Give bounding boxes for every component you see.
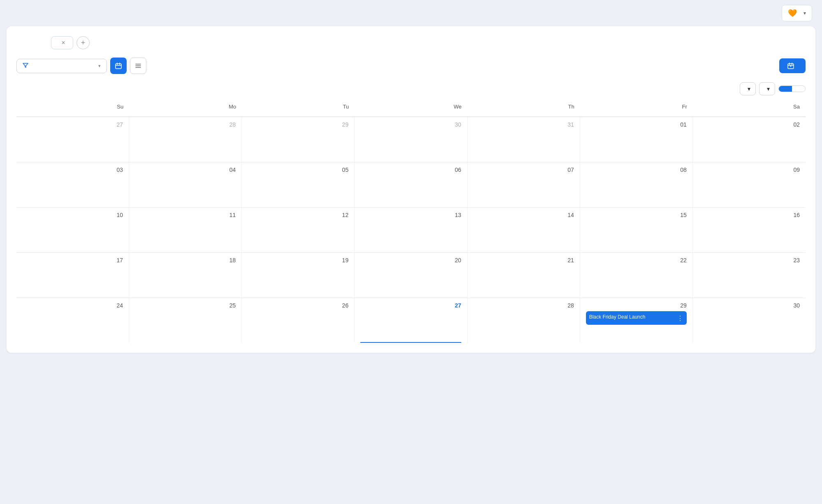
day-number: 29 [586, 302, 687, 309]
day-number: 28 [473, 302, 574, 309]
svg-rect-0 [116, 64, 121, 69]
add-tab-button[interactable]: + [76, 36, 90, 49]
year-selector[interactable]: ▾ [740, 82, 756, 95]
cal-day[interactable]: 18 [129, 253, 242, 298]
cal-day[interactable]: 30 [693, 298, 806, 343]
list-view-button[interactable] [130, 58, 146, 74]
day-number: 02 [699, 121, 800, 128]
cal-day[interactable]: 10 [16, 208, 129, 252]
cal-day[interactable]: 03 [16, 162, 129, 207]
cal-day[interactable]: 11 [129, 208, 242, 252]
tab-close-icon[interactable]: ✕ [61, 40, 65, 46]
header-we: We [354, 102, 467, 113]
cal-day[interactable]: 04 [129, 162, 242, 207]
filter-chevron: ▾ [98, 63, 101, 69]
cal-day[interactable]: 15 [580, 208, 693, 252]
day-number: 15 [586, 212, 687, 218]
month-chevron: ▾ [767, 86, 770, 92]
main-content: ✕ + ▾ [0, 26, 822, 504]
cal-day[interactable]: 26 [242, 298, 354, 343]
cal-day[interactable]: 28 [468, 298, 580, 343]
cal-day[interactable]: 14 [468, 208, 580, 252]
event-menu-icon[interactable]: ⋮ [677, 314, 683, 322]
cal-day[interactable]: 19 [242, 253, 354, 298]
cal-day[interactable]: 06 [354, 162, 467, 207]
cal-day[interactable]: 29Black Friday Deal Launch⋮ [580, 298, 693, 343]
workspace-selector[interactable]: 🧡 ▾ [782, 5, 812, 21]
day-number: 22 [586, 257, 687, 264]
planner-card: ✕ + ▾ [7, 26, 815, 353]
cal-day[interactable]: 20 [354, 253, 467, 298]
day-number: 09 [699, 166, 800, 173]
day-number: 23 [699, 257, 800, 264]
cal-day[interactable]: 08 [580, 162, 693, 207]
day-number: 13 [360, 212, 461, 218]
cal-day[interactable]: 13 [354, 208, 467, 252]
day-number: 25 [135, 302, 236, 309]
cal-day[interactable]: 23 [693, 253, 806, 298]
year-view-toggle[interactable] [792, 86, 805, 92]
header-fr: Fr [580, 102, 693, 113]
tab-creator[interactable] [16, 39, 32, 46]
day-number: 16 [699, 212, 800, 218]
toolbar-left: ▾ [16, 58, 146, 74]
day-number: 31 [473, 121, 574, 128]
cal-day[interactable]: 27 [16, 117, 129, 162]
header-su: Su [16, 102, 129, 113]
day-number: 21 [473, 257, 574, 264]
cal-day[interactable]: 17 [16, 253, 129, 298]
header-tu: Tu [242, 102, 354, 113]
day-number: 28 [135, 121, 236, 128]
filter-icon [23, 62, 28, 69]
month-view-toggle[interactable] [779, 86, 792, 92]
cal-day[interactable]: 31 [468, 117, 580, 162]
day-number: 11 [135, 212, 236, 218]
cal-day[interactable]: 28 [129, 117, 242, 162]
cal-day[interactable]: 16 [693, 208, 806, 252]
cal-day[interactable]: 01 [580, 117, 693, 162]
day-number: 26 [248, 302, 348, 309]
cal-day[interactable]: 09 [693, 162, 806, 207]
calendar-controls: ▾ ▾ [16, 82, 806, 95]
day-number: 14 [473, 212, 574, 218]
cal-week-1: 03040506070809 [16, 162, 806, 207]
day-number: 01 [586, 121, 687, 128]
tab-black-friday[interactable]: ✕ [51, 36, 73, 49]
toolbar: ▾ [16, 58, 806, 74]
cal-day[interactable]: 24 [16, 298, 129, 343]
cal-day[interactable]: 05 [242, 162, 354, 207]
create-event-button[interactable] [779, 58, 806, 73]
header-sa: Sa [693, 102, 806, 113]
day-number: 27 [360, 302, 461, 309]
day-number: 30 [360, 121, 461, 128]
day-number: 03 [22, 166, 123, 173]
cal-day[interactable]: 21 [468, 253, 580, 298]
cal-day[interactable]: 22 [580, 253, 693, 298]
event-title: Black Friday Deal Launch [589, 314, 675, 321]
day-number: 05 [248, 166, 348, 173]
calendar-view-button[interactable] [110, 58, 127, 74]
day-number: 07 [473, 166, 574, 173]
cal-week-4: 242526272829Black Friday Deal Launch⋮30 [16, 298, 806, 343]
cal-day[interactable]: 30 [354, 117, 467, 162]
period-toggle [778, 86, 806, 92]
cal-day[interactable]: 02 [693, 117, 806, 162]
header-mo: Mo [129, 102, 242, 113]
workspace-chevron: ▾ [803, 10, 806, 16]
day-number: 20 [360, 257, 461, 264]
cal-day[interactable]: 07 [468, 162, 580, 207]
month-selector[interactable]: ▾ [759, 82, 775, 95]
day-number: 17 [22, 257, 123, 264]
today-indicator [360, 342, 461, 343]
year-chevron: ▾ [748, 86, 750, 92]
workspace-emoji: 🧡 [788, 9, 797, 18]
calendar-body: 2728293031010203040506070809101112131415… [16, 117, 806, 343]
cal-day[interactable]: 27 [354, 298, 467, 343]
cal-day[interactable]: 25 [129, 298, 242, 343]
calendar-event[interactable]: Black Friday Deal Launch⋮ [586, 311, 687, 325]
tab-planner[interactable] [34, 39, 49, 46]
filter-dropdown[interactable]: ▾ [16, 59, 107, 73]
day-number: 08 [586, 166, 687, 173]
cal-day[interactable]: 29 [242, 117, 354, 162]
cal-day[interactable]: 12 [242, 208, 354, 252]
